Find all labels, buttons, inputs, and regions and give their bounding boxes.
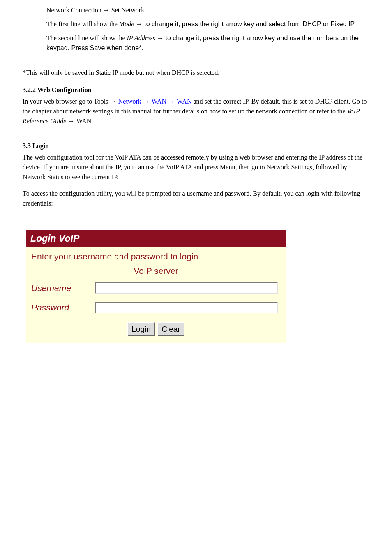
link-wan[interactable]: WAN: [152, 98, 166, 105]
arrow-icon: →: [141, 98, 152, 105]
text-emphasis: Mode: [119, 21, 134, 28]
password-row: Password: [31, 301, 281, 314]
paragraph: To access the configuration utility, you…: [23, 189, 369, 208]
bullet-symbol: −: [23, 33, 46, 53]
text: Network Connection: [46, 7, 103, 14]
bullet-symbol: −: [23, 5, 46, 15]
clear-button[interactable]: Clear: [157, 322, 184, 337]
text: The second line will show the: [46, 35, 125, 42]
bullet-text: The first line will show the Mode → to c…: [46, 19, 369, 29]
bullet-item: − Network Connection → Set Network: [23, 5, 369, 15]
text: In your web browser go to Tools: [23, 98, 110, 105]
username-label: Username: [31, 282, 95, 295]
link-network[interactable]: Network: [118, 98, 141, 105]
arrow-icon: →: [166, 98, 177, 105]
section-heading: 3.3 Login: [23, 141, 369, 151]
text: Set Network: [110, 7, 144, 14]
text: The first line will show the: [46, 21, 119, 28]
arrow-icon: →: [103, 7, 110, 14]
text: WAN.: [76, 118, 93, 125]
paragraph: In your web browser go to Tools → Networ…: [23, 97, 369, 126]
bullet-item: − The first line will show the Mode → to…: [23, 19, 369, 29]
login-panel: Login VoIP Enter your username and passw…: [26, 230, 369, 343]
login-panel-header: Login VoIP: [26, 230, 286, 247]
section-heading: 3.2.2 Web Configuration: [23, 85, 369, 95]
login-intro-text: Enter your username and password to logi…: [31, 250, 281, 263]
bullet-symbol: −: [23, 19, 46, 29]
arrow-icon: →: [68, 118, 76, 125]
note-text: *This will only be saved in Static IP mo…: [23, 68, 369, 78]
password-input[interactable]: [95, 302, 278, 313]
username-row: Username: [31, 282, 281, 295]
bullet-text: Network Connection → Set Network: [46, 5, 369, 15]
text-emphasis: IP Address: [125, 35, 157, 42]
paragraph: The web configuration tool for the VoIP …: [23, 153, 369, 182]
text-with-arrow: → to change it, press the right arrow ke…: [134, 21, 355, 28]
password-label: Password: [31, 301, 95, 314]
login-button[interactable]: Login: [127, 322, 155, 337]
login-subtitle: VoIP server: [31, 264, 281, 278]
link-wan[interactable]: WAN: [177, 98, 191, 105]
bullet-item: − The second line will show the IP Addre…: [23, 33, 369, 53]
bullet-text: The second line will show the IP Address…: [46, 33, 369, 53]
arrow-icon: →: [110, 98, 118, 105]
username-input[interactable]: [95, 282, 278, 294]
